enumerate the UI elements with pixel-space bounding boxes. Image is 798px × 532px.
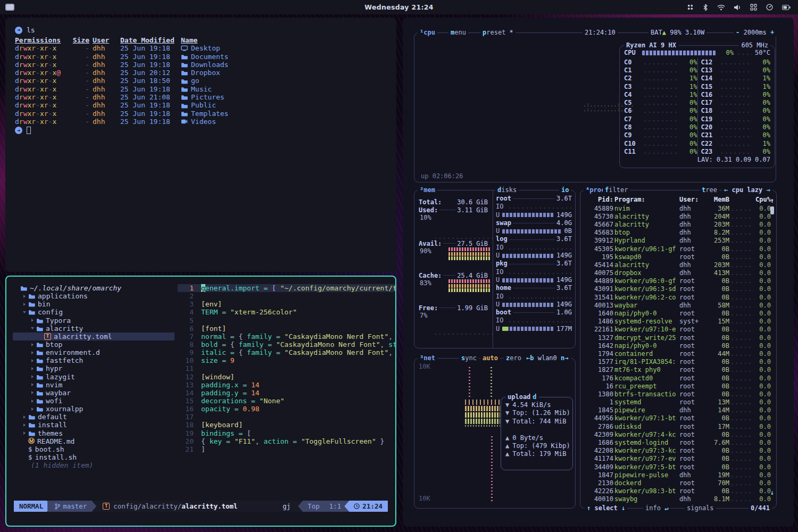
tree-item[interactable]: config: [13, 308, 178, 316]
tree-item[interactable]: Talacritty.toml: [13, 332, 174, 340]
filter-button[interactable]: filter: [603, 186, 630, 194]
net-auto-toggle[interactable]: auto: [480, 354, 500, 362]
apps-grid-icon[interactable]: [750, 4, 757, 11]
proc-row[interactable]: 43091kworker/u96:3-sdroot0B.........0.0: [585, 285, 773, 293]
tree-item[interactable]: alacritty: [13, 325, 178, 332]
top-bar: Wednesday 21:24: [0, 0, 798, 14]
tree-item[interactable]: $install.sh: [13, 453, 178, 461]
signals-hint[interactable]: signals: [685, 504, 716, 512]
bluetooth-icon[interactable]: [703, 4, 708, 11]
disks-toggle[interactable]: disks: [495, 186, 519, 194]
proc-row[interactable]: 1642napi/phy0-0root0B.........0.0: [585, 342, 773, 350]
ls-header-row: PermissionsSizeUserDate ModifiedName: [15, 36, 387, 44]
editor-line: 2: [178, 292, 395, 300]
net-sync-toggle[interactable]: sync: [459, 354, 479, 362]
core-row: C19.................0%: [701, 115, 771, 123]
tree-item[interactable]: xournalpp: [13, 405, 178, 413]
tree-item[interactable]: default: [13, 413, 178, 421]
tree-item[interactable]: install: [13, 421, 178, 429]
proc-row[interactable]: 195kswapd0root0B.........0.0: [585, 253, 773, 261]
menu-button[interactable]: menu: [448, 29, 468, 37]
proc-row[interactable]: 1577irq/81-PIXA3854:root0B.........0.0: [585, 358, 773, 366]
update-interval-control[interactable]: - 2000ms +: [734, 29, 776, 37]
proc-row[interactable]: 22161kworker/u97:10-eroot0B.........0.0: [585, 326, 773, 334]
cpu-panel: ¹cpu menu preset * 21:24:10 BAT▲ 98% 3.1…: [414, 32, 776, 182]
proc-row[interactable]: 1systemdroot13M.........0.0: [585, 398, 773, 406]
io-toggle[interactable]: io: [559, 186, 571, 194]
tree-item[interactable]: lazygit: [13, 373, 178, 381]
chevron-right-icon: [30, 375, 35, 378]
preset-button[interactable]: preset *: [480, 29, 516, 37]
info-hint[interactable]: info ↵: [643, 504, 670, 512]
proc-row[interactable]: 1640napi/phy0-0root0B.........0.0: [585, 309, 773, 317]
updates-icon[interactable]: [687, 4, 694, 11]
proc-row[interactable]: 42208kworker/u97:3-kcroot0B.........0.0: [585, 447, 773, 455]
proc-row[interactable]: 45305kworker/u96:1-gfroot0B.........0.0: [585, 245, 773, 253]
tree-item[interactable]: Typora: [13, 317, 178, 325]
proc-row[interactable]: 41174kworker/u97:7-evroot0B.........0.0: [585, 455, 773, 463]
proc-row[interactable]: 40010swaybgdhh8.1M.........0.0: [585, 495, 773, 503]
proc-row[interactable]: 31541kworker/u96:2-coroot0B.........0.0: [585, 293, 773, 301]
proc-row[interactable]: 1327dmcrypt_write/25root0B.........0.0: [585, 334, 773, 342]
folder-icon: [36, 326, 43, 331]
proc-row[interactable]: 2130dockerdroot70M.........0.0: [585, 479, 773, 487]
proc-row[interactable]: 1847pipewire-pulsedhh19M.........0.0: [585, 471, 773, 479]
proc-row[interactable]: 45414alacrittydhh203M.........0.0: [585, 261, 773, 269]
proc-row[interactable]: 16rcu_preemptroot0B.........0.0: [585, 382, 773, 390]
tree-item[interactable]: bin: [13, 300, 178, 308]
tree-item[interactable]: nvim: [13, 381, 178, 389]
proc-row[interactable]: 176kcompactd0root0B.........0.0: [585, 374, 773, 382]
scroll-down-arrow[interactable]: ↓: [770, 489, 774, 496]
sort-arrow[interactable]: ↑: [770, 197, 774, 204]
cpu-panel-title[interactable]: ¹cpu: [418, 29, 437, 37]
terminal-window-ls[interactable]: ➜ ls PermissionsSizeUserDate ModifiedNam…: [5, 18, 396, 272]
proc-row[interactable]: 1686systemd-logindroot7.6M.........0.0: [585, 438, 773, 446]
tree-item[interactable]: environment.d: [13, 348, 178, 356]
proc-row[interactable]: 45889nvimdhh36M.........0.0: [585, 204, 773, 212]
net-interface-switcher[interactable]: ←b wlan0 n→: [524, 354, 571, 362]
tree-item[interactable]: themes: [13, 429, 178, 437]
proc-row[interactable]: 42226kworker/u98:3-btroot0B.........0.0: [585, 487, 773, 495]
tree-toggle[interactable]: tree: [700, 186, 719, 194]
tree-item[interactable]: wofi: [13, 397, 178, 405]
proc-row[interactable]: 1845pipewiredhh14M.........0.0: [585, 406, 773, 414]
proc-row[interactable]: 44889kworker/u96:0-gfroot0B.........0.0: [585, 277, 773, 285]
gauge-icon[interactable]: [766, 4, 773, 11]
proc-scrollbar-thumb[interactable]: [770, 206, 774, 214]
tree-item[interactable]: fastfetch: [13, 356, 178, 364]
tree-item[interactable]: btop: [13, 340, 178, 348]
tree-item[interactable]: hypr: [13, 364, 178, 372]
tree-item[interactable]: waybar: [13, 389, 178, 397]
proc-row[interactable]: 39912Hyprlanddhh253M.........0.0: [585, 237, 773, 245]
tree-item[interactable]: ~/.local/share/omarchy: [13, 284, 178, 292]
editor-buffer[interactable]: 1general.import = [ "~/.config/omarchy/c…: [178, 284, 395, 495]
disk-usage-row: U149G: [496, 252, 572, 260]
proc-row[interactable]: 2786udisksdroot17M.........0.0: [585, 422, 773, 430]
btop-window[interactable]: ¹cpu menu preset * 21:24:10 BAT▲ 98% 3.1…: [403, 18, 794, 527]
proc-row[interactable]: 34409kworker/u97:5-btroot0B.........0.0: [585, 463, 773, 471]
sort-mode-switcher[interactable]: ← cpu lazy →: [722, 186, 772, 194]
tree-item[interactable]: applications: [13, 292, 178, 300]
wifi-icon[interactable]: [717, 4, 725, 11]
select-hint[interactable]: ↑ select ↓: [585, 504, 627, 512]
proc-row[interactable]: 1380btrfs-transactioroot0B.........0.0: [585, 390, 773, 398]
proc-row[interactable]: 1794containerdroot44M.........0.0: [585, 350, 773, 358]
tree-item[interactable]: $boot.sh: [13, 445, 178, 453]
proc-row[interactable]: 40013waybardhh58M.........0.0: [585, 301, 773, 309]
mem-panel-title[interactable]: ²mem: [418, 186, 437, 194]
proc-row[interactable]: 45667alacrittydhh203M.........0.0: [585, 220, 773, 228]
proc-row[interactable]: 45730alacrittydhh204M.........0.0: [585, 212, 773, 220]
proc-row[interactable]: 1486systemd-resolvesyst+15M.........0.0: [585, 318, 773, 326]
neovim-window[interactable]: ~/.local/share/omarchyapplicationsbincon…: [5, 276, 396, 527]
tree-item[interactable]: ⓂREADME.md: [13, 437, 178, 445]
volume-icon[interactable]: [734, 4, 741, 11]
net-zero-toggle[interactable]: zero: [504, 354, 523, 362]
battery-icon[interactable]: [782, 4, 791, 11]
proc-row[interactable]: 40075dropboxdhh413M.........0.0: [585, 269, 773, 277]
proc-row[interactable]: 1827mt76-tx phy0root0B.........0.0: [585, 366, 773, 374]
proc-row[interactable]: 42309kworker/u97:4-kcroot0B.........0.0: [585, 430, 773, 438]
proc-row[interactable]: 45683btopdhh8.2M.........0.0: [585, 229, 773, 237]
cursor-position: 1:1: [329, 502, 342, 510]
net-panel-title[interactable]: ³net: [418, 354, 437, 362]
proc-row[interactable]: 44956kworker/u97:1-btroot0B.........0.0: [585, 414, 773, 422]
